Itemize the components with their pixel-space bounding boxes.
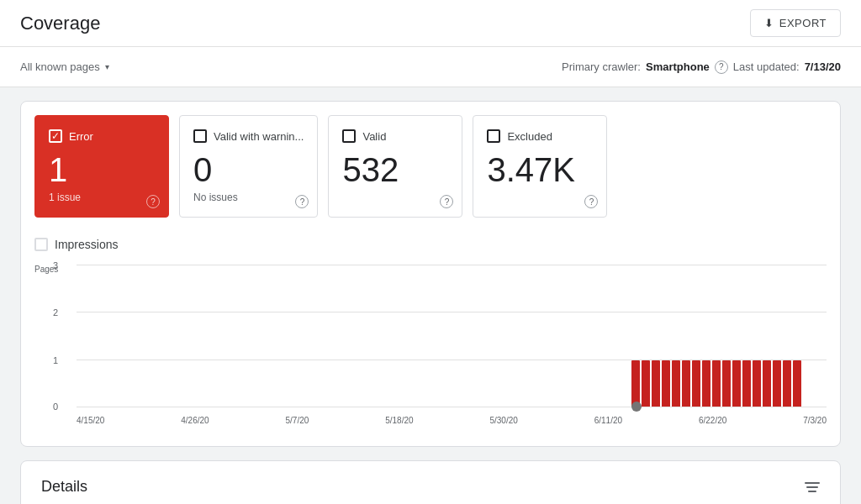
bar [652, 360, 660, 407]
valid-help-icon[interactable]: ? [440, 195, 453, 208]
main-card: Error 1 1 issue ? Valid with warnin... 0… [20, 101, 841, 447]
chart-section: Impressions Pages 3 2 1 [34, 231, 827, 433]
bars-group [631, 360, 801, 407]
bar [692, 360, 700, 407]
bar [753, 360, 761, 407]
filter-dropdown[interactable]: All known pages ▾ [20, 60, 109, 73]
warning-count: 0 [193, 151, 304, 188]
bar [742, 360, 751, 407]
error-help-icon[interactable]: ? [146, 195, 160, 208]
details-title: Details [41, 478, 87, 496]
grid-line-2: 2 [77, 312, 827, 312]
content-area: Error 1 1 issue ? Valid with warnin... 0… [0, 87, 861, 504]
valid-count: 532 [342, 151, 448, 188]
bar [642, 360, 650, 407]
bar [631, 360, 640, 407]
bar [682, 360, 690, 407]
bar [712, 360, 721, 407]
filter-line-1 [805, 482, 820, 484]
bar [722, 360, 731, 407]
impressions-checkbox[interactable] [34, 238, 48, 251]
warning-checkbox[interactable] [193, 129, 207, 143]
y-tick-2: 2 [53, 307, 58, 318]
export-button[interactable]: ⬇ EXPORT [750, 9, 841, 37]
valid-checkbox[interactable] [342, 129, 356, 143]
status-cards-row: Error 1 1 issue ? Valid with warnin... 0… [34, 115, 827, 218]
bar [662, 360, 670, 407]
x-tick-8: 7/3/20 [803, 416, 827, 425]
y-tick-3: 3 [53, 260, 58, 270]
x-tick-6: 6/11/20 [594, 416, 622, 425]
page-title: Coverage [20, 13, 100, 34]
x-axis: 4/15/20 4/26/20 5/7/20 5/18/20 5/30/20 6… [77, 416, 827, 425]
error-card[interactable]: Error 1 1 issue ? [34, 115, 169, 218]
error-count: 1 [49, 151, 155, 188]
filter-line-2 [806, 486, 818, 488]
chart-plot: 3 2 1 0 [77, 265, 827, 407]
y-tick-1: 1 [53, 355, 58, 365]
warning-help-icon[interactable]: ? [295, 195, 309, 208]
bar [763, 360, 771, 407]
bar [773, 360, 781, 407]
crawler-help-icon[interactable]: ? [715, 60, 728, 74]
warning-sub: No issues [193, 192, 304, 203]
chevron-down-icon: ▾ [105, 62, 109, 71]
bar [672, 360, 680, 407]
x-tick-2: 4/26/20 [181, 416, 209, 425]
filter-line-3 [808, 491, 816, 492]
x-tick-4: 5/18/20 [385, 416, 413, 425]
chart-header: Impressions [34, 238, 827, 251]
impressions-label: Impressions [55, 238, 118, 251]
last-updated-label: Last updated: [733, 60, 800, 73]
warning-label: Valid with warnin... [214, 130, 304, 143]
crawler-label: Primary crawler: [562, 60, 641, 73]
excluded-label: Excluded [507, 130, 552, 143]
last-updated-value: 7/13/20 [805, 60, 841, 73]
bar [793, 360, 801, 407]
bar [732, 360, 741, 407]
error-label: Error [69, 130, 93, 143]
y-tick-0: 0 [53, 402, 58, 412]
x-tick-7: 6/22/20 [699, 416, 726, 425]
valid-label: Valid [362, 130, 386, 143]
filter-icon[interactable] [805, 482, 820, 492]
crawler-value: Smartphone [646, 60, 710, 73]
excluded-help-icon[interactable]: ? [584, 195, 598, 208]
export-icon: ⬇ [764, 17, 774, 29]
x-tick-1: 4/15/20 [77, 416, 104, 425]
error-checkbox[interactable] [49, 129, 62, 143]
bar [783, 360, 791, 407]
bar [702, 360, 710, 407]
grid-line-3: 3 [77, 265, 827, 265]
filter-label: All known pages [20, 60, 100, 73]
excluded-count: 3.47K [487, 151, 593, 188]
crawler-info: Primary crawler: Smartphone ? Last updat… [562, 60, 841, 74]
chart-area: Pages 3 2 1 0 [34, 265, 827, 433]
warning-card[interactable]: Valid with warnin... 0 No issues ? [179, 115, 318, 218]
excluded-checkbox[interactable] [487, 129, 500, 143]
x-tick-3: 5/7/20 [286, 416, 309, 425]
excluded-card[interactable]: Excluded 3.47K ? [473, 115, 607, 218]
grid-line-0: 0 [77, 407, 827, 407]
x-tick-5: 5/30/20 [489, 416, 517, 425]
app-header: Coverage ⬇ EXPORT [0, 0, 861, 47]
dot-marker [631, 402, 642, 412]
error-sub: 1 issue [49, 192, 155, 203]
valid-card[interactable]: Valid 532 ? [328, 115, 462, 218]
details-card: Details [20, 460, 841, 504]
sub-header: All known pages ▾ Primary crawler: Smart… [0, 47, 861, 87]
